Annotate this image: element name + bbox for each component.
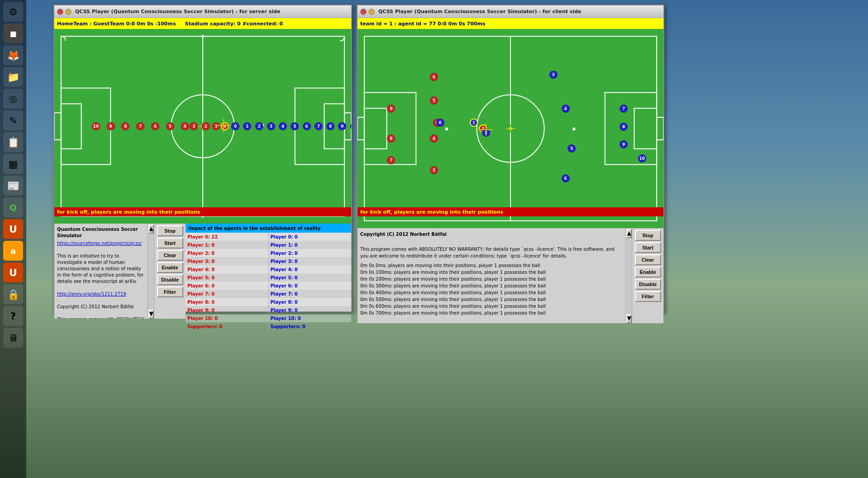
server-disable-button[interactable]: Disable (157, 274, 183, 285)
system-icon[interactable]: ⚙ (3, 2, 23, 22)
client-blue-7: 7 (620, 105, 628, 113)
client-disable-button[interactable]: Disable (635, 279, 661, 290)
stat-row-supporters-right: Supporters: 0 (269, 322, 352, 330)
desktop: ⚙ ■ 🦊 📁 ◎ ✎ 📋 ▦ 📰 Q U a U 🔒 ? 🖥 QCSS Pla… (0, 0, 868, 478)
server-red-player-5: 5 (166, 122, 174, 130)
client-blue-6: 6 (562, 174, 570, 182)
close-button[interactable] (57, 9, 63, 15)
client-log-text: Copyright (C) 2012 Norbert Bátfai This p… (358, 228, 625, 323)
client-blue-1: 1 (470, 119, 478, 127)
server-blue-player-2: 2 (255, 122, 263, 130)
help-icon[interactable]: ? (3, 306, 23, 326)
svg-point-11 (201, 35, 204, 38)
client-window: QCSS Player (Quantum Consciousness Socce… (357, 5, 664, 312)
terminal-icon[interactable]: ■ (3, 24, 23, 43)
monitor-icon[interactable]: 🖥 (3, 328, 23, 348)
client-titlebar: QCSS Player (Quantum Consciousness Socce… (358, 5, 663, 18)
log-entry-0: 0m 0s 0ms: players are moving into their… (360, 262, 623, 269)
scroll-up[interactable]: ▲ (148, 225, 154, 234)
server-start-button[interactable]: Start (157, 238, 183, 249)
log-entry-3: 0m 0s 300ms: players are moving into the… (360, 282, 623, 289)
log-entry-5: 0m 0s 500ms: players are moving into the… (360, 296, 623, 303)
client-blue-3: 3 (549, 71, 558, 79)
scroll-down[interactable]: ▼ (148, 310, 154, 319)
client-log-area: Copyright (C) 2012 Norbert Bátfai This p… (358, 228, 625, 323)
client-start-button[interactable]: Start (635, 242, 661, 253)
client-minimize-button[interactable] (368, 9, 375, 15)
taskbar: ⚙ ■ 🦊 📁 ◎ ✎ 📋 ▦ 📰 Q U a U 🔒 ? 🖥 (0, 0, 26, 478)
stat-row-p9-right: Player 9: 0 (269, 306, 352, 314)
client-enable-button[interactable]: Enable (635, 267, 661, 277)
client-scrollbar: ▲ ▼ (625, 228, 632, 323)
lock-icon[interactable]: 🔒 (3, 284, 23, 304)
server-status-right: Stadium capacity: 0 #connected: 0 (185, 21, 283, 27)
server-buttons: Stop Start Clear Enable Disable Filter (154, 224, 186, 319)
server-red-player-3: 3 (190, 122, 198, 130)
client-info-header: for kick off, players are moving into th… (358, 207, 663, 216)
folder-icon[interactable]: 📁 (3, 67, 23, 87)
server-enable-button[interactable]: Enable (157, 262, 183, 273)
stat-row-p3-right: Player 3: 0 (269, 257, 352, 265)
ubu2-icon[interactable]: U (3, 263, 23, 282)
server-info-header: for kick off, players are moving into th… (54, 207, 351, 216)
client-scroll-up[interactable]: ▲ (626, 229, 632, 238)
client-clear-button[interactable]: Clear (635, 254, 661, 265)
qtcreator-icon[interactable]: Q (3, 197, 23, 217)
client-stop-button[interactable]: Stop (635, 230, 661, 241)
stat-row-p1-right: Player 1: 0 (269, 241, 352, 249)
stats-col-right: Player 0: 0 Player 1: 0 Player 2: 0 Play… (269, 233, 352, 330)
log-entry-7: 0m 0s 700ms: players are moving into the… (360, 310, 623, 316)
stat-row-p10-left: Player 10: 0 (186, 314, 268, 322)
server-stats-area: Impact of the agents in the establishmen… (186, 224, 351, 319)
client-blue-5: 5 (568, 144, 576, 153)
server-blue-player-7: 7 (315, 122, 323, 130)
amazon-icon[interactable]: a (3, 241, 23, 261)
server-clear-button[interactable]: Clear (157, 250, 183, 261)
client-bottom-panel: Copyright (C) 2012 Norbert Bátfai This p… (358, 228, 663, 323)
stat-row-p4-right: Player 4: 0 (269, 265, 352, 273)
server-red-player-2: 2 (202, 122, 210, 130)
server-status-left: HomeTeam : GuestTeam 0:0 0m 0s -100ms (57, 21, 176, 27)
client-buttons: Stop Start Clear Enable Disable Filter (632, 228, 663, 323)
stat-row-p3-left: Player 3: 0 (186, 257, 268, 265)
server-blue-player-6: 6 (303, 122, 311, 130)
stat-row-p6-right: Player 6: 0 (269, 282, 352, 290)
stat-row-p2-left: Player 2: 0 (186, 249, 268, 257)
stat-row-p0-right: Player 0: 0 (269, 233, 352, 241)
reader-icon[interactable]: 📰 (3, 176, 23, 196)
client-filter-button[interactable]: Filter (635, 291, 661, 302)
server-blue-player-1: 1 (243, 122, 251, 130)
server-field: 10 9 8 7 6 5 4 3 2 1 0 0 (54, 29, 351, 224)
edit-icon[interactable]: ✎ (3, 110, 23, 130)
stat-row-supporters-left: Supporters: 0 (186, 322, 268, 330)
spreadsheet-icon[interactable]: ▦ (3, 154, 23, 174)
notes-icon[interactable]: 📋 (3, 132, 23, 152)
log-entry-4: 0m 0s 400ms: players are moving into the… (360, 289, 623, 296)
stat-row-p8-right: Player 8: 0 (269, 298, 352, 306)
server-bottom-panel: Quantum Consciousness Soccer Simulator h… (54, 224, 351, 319)
svg-rect-33 (572, 128, 575, 130)
server-sidebar: Quantum Consciousness Soccer Simulator h… (54, 224, 154, 319)
server-stop-button[interactable]: Stop (157, 225, 183, 236)
server-blue-player-5: 5 (291, 122, 299, 130)
sidebar-link1[interactable]: https://sourceforge.net/projects/qcss/ (57, 241, 142, 246)
stat-row-p0-left: Player 0: 22 (186, 233, 268, 241)
log-entry-6: 0m 0s 600ms: players are moving into the… (360, 303, 623, 310)
minimize-button[interactable] (65, 9, 72, 15)
sidebar-link2[interactable]: http://arxiv.org/abs/1211.2719 (57, 292, 126, 296)
stat-row-p2-right: Player 2: 0 (269, 249, 352, 257)
stat-row-p7-right: Player 7: 0 (269, 290, 352, 298)
stat-row-p1-left: Player 1: 0 (186, 241, 268, 249)
sidebar-text1: This is an initiative to try to investig… (57, 253, 145, 285)
client-red-5: 5 (430, 96, 438, 105)
server-red-player-9: 9 (107, 122, 115, 130)
server-blue-player-0: 0 (231, 122, 239, 130)
ubu1-icon[interactable]: U (3, 219, 23, 239)
chrome-icon[interactable]: ◎ (3, 89, 23, 109)
client-scroll-down[interactable]: ▼ (626, 314, 632, 323)
client-blue-9: 9 (620, 140, 628, 148)
server-red-player-6: 6 (151, 122, 159, 130)
client-close-button[interactable] (360, 9, 367, 15)
server-filter-button[interactable]: Filter (157, 287, 183, 297)
firefox-icon[interactable]: 🦊 (3, 45, 23, 65)
